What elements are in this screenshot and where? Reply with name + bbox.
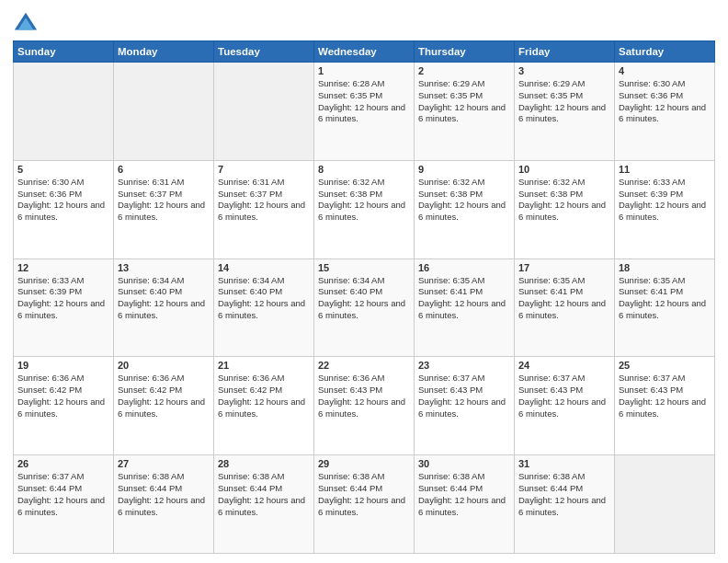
calendar-header-sunday: Sunday — [14, 41, 114, 63]
calendar-header-row: SundayMondayTuesdayWednesdayThursdayFrid… — [14, 41, 715, 63]
calendar-cell: 16Sunrise: 6:35 AM Sunset: 6:41 PM Dayli… — [415, 259, 515, 357]
day-number: 15 — [318, 262, 410, 273]
day-number: 29 — [318, 458, 410, 469]
day-number: 20 — [118, 360, 210, 371]
cell-sun-info: Sunrise: 6:36 AM Sunset: 6:42 PM Dayligh… — [218, 373, 310, 419]
cell-sun-info: Sunrise: 6:29 AM Sunset: 6:35 PM Dayligh… — [418, 78, 510, 125]
calendar-cell: 15Sunrise: 6:34 AM Sunset: 6:40 PM Dayli… — [314, 259, 415, 357]
calendar-cell — [14, 63, 114, 161]
calendar-cell: 8Sunrise: 6:32 AM Sunset: 6:38 PM Daylig… — [314, 160, 415, 259]
calendar-cell: 22Sunrise: 6:36 AM Sunset: 6:43 PM Dayli… — [314, 357, 415, 455]
day-number: 7 — [218, 164, 310, 175]
day-number: 17 — [518, 262, 610, 273]
calendar-cell: 19Sunrise: 6:36 AM Sunset: 6:42 PM Dayli… — [14, 357, 114, 455]
calendar-header-saturday: Saturday — [615, 41, 715, 63]
cell-sun-info: Sunrise: 6:31 AM Sunset: 6:37 PM Dayligh… — [218, 177, 310, 224]
day-number: 26 — [17, 458, 109, 469]
calendar-cell: 10Sunrise: 6:32 AM Sunset: 6:38 PM Dayli… — [515, 160, 615, 259]
day-number: 9 — [418, 164, 510, 175]
cell-sun-info: Sunrise: 6:32 AM Sunset: 6:38 PM Dayligh… — [318, 177, 410, 224]
calendar-cell: 1Sunrise: 6:28 AM Sunset: 6:35 PM Daylig… — [314, 63, 415, 161]
day-number: 27 — [118, 458, 210, 469]
calendar-cell: 12Sunrise: 6:33 AM Sunset: 6:39 PM Dayli… — [14, 259, 114, 357]
calendar-cell: 3Sunrise: 6:29 AM Sunset: 6:35 PM Daylig… — [515, 63, 615, 161]
logo-icon — [13, 9, 39, 35]
cell-sun-info: Sunrise: 6:37 AM Sunset: 6:44 PM Dayligh… — [17, 471, 109, 518]
calendar-cell: 26Sunrise: 6:37 AM Sunset: 6:44 PM Dayli… — [14, 455, 114, 554]
calendar-cell: 29Sunrise: 6:38 AM Sunset: 6:44 PM Dayli… — [314, 455, 415, 554]
calendar-header-thursday: Thursday — [415, 41, 515, 63]
cell-sun-info: Sunrise: 6:37 AM Sunset: 6:43 PM Dayligh… — [418, 373, 510, 419]
calendar-cell: 23Sunrise: 6:37 AM Sunset: 6:43 PM Dayli… — [415, 357, 515, 455]
calendar-cell: 21Sunrise: 6:36 AM Sunset: 6:42 PM Dayli… — [214, 357, 314, 455]
day-number: 28 — [218, 458, 310, 469]
day-number: 2 — [418, 65, 510, 76]
cell-sun-info: Sunrise: 6:31 AM Sunset: 6:37 PM Dayligh… — [118, 177, 210, 224]
cell-sun-info: Sunrise: 6:33 AM Sunset: 6:39 PM Dayligh… — [619, 177, 711, 224]
day-number: 14 — [218, 262, 310, 273]
cell-sun-info: Sunrise: 6:36 AM Sunset: 6:42 PM Dayligh… — [17, 373, 109, 419]
day-number: 5 — [17, 164, 109, 175]
header — [13, 9, 715, 35]
calendar-cell: 18Sunrise: 6:35 AM Sunset: 6:41 PM Dayli… — [615, 259, 715, 357]
cell-sun-info: Sunrise: 6:30 AM Sunset: 6:36 PM Dayligh… — [619, 78, 711, 125]
calendar-cell: 24Sunrise: 6:37 AM Sunset: 6:43 PM Dayli… — [515, 357, 615, 455]
cell-sun-info: Sunrise: 6:29 AM Sunset: 6:35 PM Dayligh… — [518, 78, 610, 125]
calendar-cell: 4Sunrise: 6:30 AM Sunset: 6:36 PM Daylig… — [615, 63, 715, 161]
calendar-cell: 5Sunrise: 6:30 AM Sunset: 6:36 PM Daylig… — [14, 160, 114, 259]
calendar-header-tuesday: Tuesday — [214, 41, 314, 63]
logo — [13, 9, 42, 35]
day-number: 10 — [518, 164, 610, 175]
day-number: 25 — [619, 360, 711, 371]
day-number: 12 — [17, 262, 109, 273]
calendar-cell: 7Sunrise: 6:31 AM Sunset: 6:37 PM Daylig… — [214, 160, 314, 259]
cell-sun-info: Sunrise: 6:28 AM Sunset: 6:35 PM Dayligh… — [318, 78, 410, 125]
calendar-cell: 14Sunrise: 6:34 AM Sunset: 6:40 PM Dayli… — [214, 259, 314, 357]
calendar-cell — [615, 455, 715, 554]
calendar-cell: 27Sunrise: 6:38 AM Sunset: 6:44 PM Dayli… — [114, 455, 214, 554]
calendar-cell: 30Sunrise: 6:38 AM Sunset: 6:44 PM Dayli… — [415, 455, 515, 554]
cell-sun-info: Sunrise: 6:32 AM Sunset: 6:38 PM Dayligh… — [518, 177, 610, 224]
day-number: 22 — [318, 360, 410, 371]
cell-sun-info: Sunrise: 6:36 AM Sunset: 6:42 PM Dayligh… — [118, 373, 210, 419]
cell-sun-info: Sunrise: 6:32 AM Sunset: 6:38 PM Dayligh… — [418, 177, 510, 224]
day-number: 6 — [118, 164, 210, 175]
day-number: 21 — [218, 360, 310, 371]
cell-sun-info: Sunrise: 6:33 AM Sunset: 6:39 PM Dayligh… — [17, 275, 109, 322]
day-number: 1 — [318, 65, 410, 76]
calendar-cell — [214, 63, 314, 161]
cell-sun-info: Sunrise: 6:37 AM Sunset: 6:43 PM Dayligh… — [518, 373, 610, 419]
calendar-week-row: 5Sunrise: 6:30 AM Sunset: 6:36 PM Daylig… — [14, 160, 715, 259]
day-number: 16 — [418, 262, 510, 273]
day-number: 24 — [518, 360, 610, 371]
cell-sun-info: Sunrise: 6:38 AM Sunset: 6:44 PM Dayligh… — [318, 471, 410, 518]
day-number: 23 — [418, 360, 510, 371]
calendar-week-row: 1Sunrise: 6:28 AM Sunset: 6:35 PM Daylig… — [14, 63, 715, 161]
day-number: 19 — [17, 360, 109, 371]
calendar-cell: 28Sunrise: 6:38 AM Sunset: 6:44 PM Dayli… — [214, 455, 314, 554]
cell-sun-info: Sunrise: 6:38 AM Sunset: 6:44 PM Dayligh… — [418, 471, 510, 518]
cell-sun-info: Sunrise: 6:34 AM Sunset: 6:40 PM Dayligh… — [218, 275, 310, 322]
calendar-cell: 25Sunrise: 6:37 AM Sunset: 6:43 PM Dayli… — [615, 357, 715, 455]
cell-sun-info: Sunrise: 6:35 AM Sunset: 6:41 PM Dayligh… — [418, 275, 510, 322]
calendar-week-row: 12Sunrise: 6:33 AM Sunset: 6:39 PM Dayli… — [14, 259, 715, 357]
calendar-cell: 11Sunrise: 6:33 AM Sunset: 6:39 PM Dayli… — [615, 160, 715, 259]
cell-sun-info: Sunrise: 6:38 AM Sunset: 6:44 PM Dayligh… — [218, 471, 310, 518]
cell-sun-info: Sunrise: 6:38 AM Sunset: 6:44 PM Dayligh… — [118, 471, 210, 518]
calendar-week-row: 19Sunrise: 6:36 AM Sunset: 6:42 PM Dayli… — [14, 357, 715, 455]
calendar-header-wednesday: Wednesday — [314, 41, 415, 63]
calendar-cell: 13Sunrise: 6:34 AM Sunset: 6:40 PM Dayli… — [114, 259, 214, 357]
cell-sun-info: Sunrise: 6:35 AM Sunset: 6:41 PM Dayligh… — [619, 275, 711, 322]
calendar-table: SundayMondayTuesdayWednesdayThursdayFrid… — [13, 40, 715, 554]
calendar-cell: 17Sunrise: 6:35 AM Sunset: 6:41 PM Dayli… — [515, 259, 615, 357]
day-number: 18 — [619, 262, 711, 273]
page: SundayMondayTuesdayWednesdayThursdayFrid… — [0, 0, 728, 563]
day-number: 8 — [318, 164, 410, 175]
cell-sun-info: Sunrise: 6:36 AM Sunset: 6:43 PM Dayligh… — [318, 373, 410, 419]
day-number: 11 — [619, 164, 711, 175]
calendar-header-friday: Friday — [515, 41, 615, 63]
cell-sun-info: Sunrise: 6:35 AM Sunset: 6:41 PM Dayligh… — [518, 275, 610, 322]
day-number: 3 — [518, 65, 610, 76]
cell-sun-info: Sunrise: 6:34 AM Sunset: 6:40 PM Dayligh… — [318, 275, 410, 322]
calendar-cell: 2Sunrise: 6:29 AM Sunset: 6:35 PM Daylig… — [415, 63, 515, 161]
